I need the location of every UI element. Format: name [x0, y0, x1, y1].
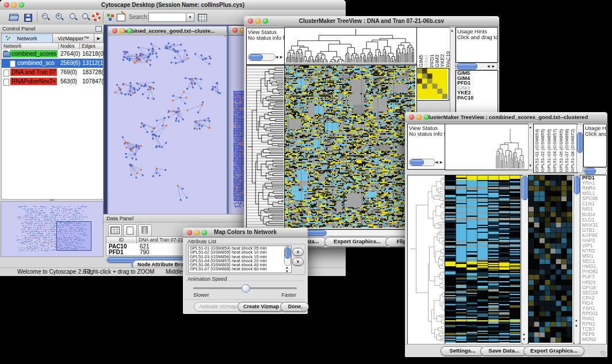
- main-window-titlebar[interactable]: Cytoscape Desktop (Session Name: collins…: [0, 0, 346, 10]
- save-data-button[interactable]: Save Data...: [480, 346, 527, 356]
- network-overview-canvas[interactable]: [1, 201, 104, 257]
- scroll-down-icon[interactable]: ▼: [285, 269, 289, 274]
- column-label[interactable]: GPL51-07 (GSM868): [564, 129, 570, 173]
- vizmapper-icon[interactable]: [106, 13, 115, 21]
- tab-network[interactable]: Network: [1, 33, 53, 43]
- network-view-titlebar[interactable]: combined_scores_good.txt--cluste...: [108, 26, 227, 36]
- delete-attribute-button[interactable]: [138, 224, 152, 237]
- float-panel-icon[interactable]: [95, 26, 102, 32]
- network-row-dna-tran[interactable]: DNA and Tran 07 769(0) 183728(0): [2, 68, 103, 77]
- scroll-right-icon[interactable]: ▶: [439, 160, 443, 164]
- save-session-icon[interactable]: [24, 14, 32, 22]
- scroll-down-icon[interactable]: ▼: [574, 324, 579, 328]
- help-icon[interactable]: [92, 13, 101, 21]
- heatmap-zoom-box[interactable]: [416, 68, 449, 101]
- network-row-combined-sco-selected[interactable]: combined_sco 2569(6) 13112(15): [2, 59, 103, 68]
- minimize-button[interactable]: [255, 18, 261, 24]
- table-import-icon[interactable]: [198, 14, 207, 21]
- zoom-button[interactable]: [19, 2, 24, 7]
- tab-vizmapper[interactable]: VizMapper™: [52, 33, 94, 43]
- zoom-button[interactable]: [202, 230, 207, 235]
- column-labels-vscrollbar[interactable]: [576, 124, 583, 173]
- scroll-left-icon[interactable]: ◀: [486, 64, 491, 68]
- column-label[interactable]: GIM3: [434, 55, 439, 67]
- open-file-icon[interactable]: [9, 14, 18, 20]
- network-view-canvas[interactable]: [109, 36, 224, 213]
- scroll-up-icon[interactable]: ▲: [522, 332, 526, 336]
- zoom-in-icon[interactable]: +: [55, 13, 64, 21]
- network-row-combined-scores[interactable]: combined_scores 2764(0) 16218(0): [2, 49, 103, 59]
- heatmap-global-box[interactable]: [284, 65, 417, 229]
- column-label[interactable]: GIM5: [418, 55, 423, 67]
- minimize-button[interactable]: [416, 114, 422, 120]
- column-label[interactable]: GPL51-04 (GSM857): [552, 129, 558, 173]
- column-label[interactable]: YKE2: [439, 54, 445, 67]
- search-input[interactable]: [148, 13, 188, 22]
- zoom-fit-icon[interactable]: [82, 13, 90, 21]
- attribute-list-vscrollbar[interactable]: [284, 246, 291, 266]
- scroll-up-icon[interactable]: ▲: [450, 28, 454, 33]
- zoom-button[interactable]: [424, 114, 429, 120]
- column-label[interactable]: GPL51-06 (GSM865): [559, 129, 564, 173]
- zoom-button[interactable]: [127, 28, 132, 33]
- column-labels-panel[interactable]: GPL51-01 (GSM854)GPL51-02 (GSM855)GPL51-…: [533, 124, 577, 173]
- splitter-handle[interactable]: [49, 200, 54, 201]
- move-up-button[interactable]: ∧: [292, 248, 304, 256]
- column-label[interactable]: GPL51-03 (GSM856): [546, 129, 552, 173]
- gene-labels-panel[interactable]: PFD1YRA1RNR4MSL1SPC98CLN1NIS1BUD4ELG1MAK…: [580, 175, 607, 344]
- settings-button[interactable]: Settings...: [441, 346, 484, 356]
- close-button[interactable]: [409, 114, 414, 120]
- usage-hscrollbar[interactable]: [583, 167, 607, 175]
- export-graphics-button[interactable]: Export Graphics...: [324, 237, 390, 247]
- zoom-button[interactable]: [263, 18, 268, 24]
- close-button[interactable]: [187, 230, 192, 235]
- column-label[interactable]: GPL51-02 (GSM855): [540, 129, 546, 173]
- view-status-hscrollbar[interactable]: [248, 53, 276, 61]
- scroll-right-icon[interactable]: ▶: [279, 55, 284, 59]
- gene-label[interactable]: MON2: [580, 337, 606, 342]
- scroll-up-icon[interactable]: ▲: [528, 125, 533, 129]
- treeview2-titlebar[interactable]: ClusterMaker TreeView : combined_scores_…: [405, 112, 607, 122]
- resize-grip[interactable]: [600, 351, 606, 357]
- select-attributes-button[interactable]: [108, 224, 122, 237]
- minimize-button[interactable]: [194, 230, 200, 235]
- search-dropdown-icon[interactable]: ▼: [186, 13, 194, 22]
- scroll-left-icon[interactable]: ◀: [274, 55, 279, 59]
- scroll-down-icon[interactable]: ▼: [522, 337, 526, 342]
- close-button[interactable]: [4, 2, 9, 7]
- row-dendrogram-box[interactable]: [407, 175, 446, 344]
- attribute-list[interactable]: GPL51-01 (GSM854) heat shock 05 minGPL51…: [188, 246, 292, 273]
- column-dendrogram-box[interactable]: [284, 27, 417, 64]
- move-down-button[interactable]: ∨: [292, 258, 304, 266]
- attribute-item[interactable]: GPL51-07 (GSM868) heat shock 60 min: [189, 267, 291, 271]
- treeview1-titlebar[interactable]: ClusterMaker TreeView : DNA and Tran 07-…: [244, 16, 499, 26]
- scroll-right-icon[interactable]: ▶: [491, 64, 496, 68]
- column-dendrogram-box[interactable]: [445, 124, 529, 170]
- scroll-up-icon[interactable]: ▲: [574, 318, 579, 323]
- column-label[interactable]: PFD1: [429, 54, 434, 67]
- zoom-out-icon[interactable]: −: [41, 13, 50, 21]
- gene-label-list[interactable]: GIM5GIM4PFD1GIM3YKE2PAC10: [456, 71, 498, 101]
- resize-grip[interactable]: [301, 307, 307, 313]
- column-label[interactable]: GPL51-01 (GSM854): [534, 129, 540, 173]
- minimize-button[interactable]: [12, 2, 17, 7]
- dialog-titlebar[interactable]: Map Colors to Network: [183, 228, 308, 237]
- annotation-icon[interactable]: [117, 14, 125, 21]
- zoom-selected-icon[interactable]: [69, 13, 78, 21]
- close-button[interactable]: [248, 18, 253, 24]
- row-dendrogram-box[interactable]: [246, 65, 285, 229]
- column-labels-panel[interactable]: GIM5GIM4PFD1GIM3YKE2PAC10: [416, 27, 451, 70]
- network-row-rnapuber[interactable]: RNAPuberNov2+ 563(0) 107847(0): [2, 77, 103, 86]
- new-attribute-button[interactable]: [123, 224, 137, 237]
- scroll-down-icon[interactable]: ▼: [528, 163, 533, 168]
- close-button[interactable]: [232, 28, 238, 33]
- heatmap-global-box[interactable]: [445, 175, 522, 344]
- speed-slider-thumb[interactable]: [242, 284, 250, 293]
- tab-overflow-button[interactable]: ▶: [94, 33, 104, 43]
- column-label[interactable]: GIM4: [423, 55, 429, 67]
- gene-label[interactable]: PAC10: [456, 95, 498, 101]
- create-vizmap-button[interactable]: Create Vizmap: [238, 302, 285, 312]
- minimize-button[interactable]: [120, 28, 125, 33]
- column-label[interactable]: GPL51-08 (GSM872): [570, 129, 576, 173]
- view-status-hscrollbar[interactable]: [409, 159, 435, 166]
